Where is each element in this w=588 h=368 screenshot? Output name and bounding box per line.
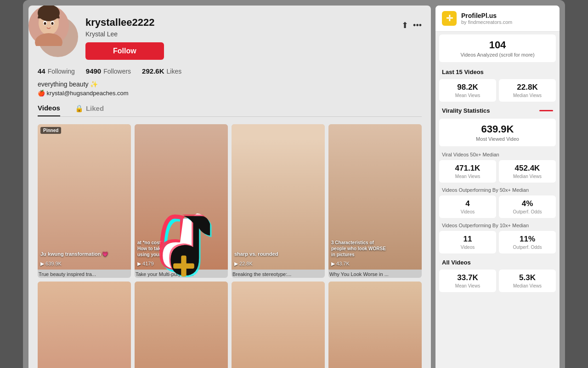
video-thumb-8 (328, 282, 422, 368)
outperf-50x-videos-label: Videos (444, 209, 492, 214)
outperf-50x-odds-block: 4% Outperf. Odds (499, 196, 556, 218)
svg-point-6 (51, 22, 54, 25)
last15-label: Last 15 Videos (442, 69, 484, 75)
video-overlay-3: sharp vs. rounded (234, 251, 322, 257)
all-mean-num: 33.7K (444, 273, 492, 282)
last15-median-block: 22.8K Median Views (499, 79, 556, 102)
video-thumb-3: sharp vs. rounded ▶ 22.8K (232, 124, 325, 270)
outperf-10x-odds-num: 11% (503, 235, 551, 244)
followers-count: 9490 (86, 67, 101, 75)
last15-mean-num: 98.2K (444, 83, 492, 92)
videos-analyzed-label: Videos Analyzed (scroll for more) (446, 52, 549, 58)
outperf-50x-odds-num: 4% (503, 199, 551, 208)
outperf-50x-odds-label: Outperf. Odds (503, 209, 551, 214)
share-icon[interactable]: ⬆ (401, 20, 408, 30)
right-title-block: ProfilePl.us by findmecreators.com (461, 12, 512, 25)
most-viewed-num: 639.9K (446, 123, 549, 135)
section-divider (539, 110, 553, 111)
virality-label: Virality Statistics (442, 107, 490, 114)
video-views-2: ▶ 4179 (137, 261, 154, 267)
video-overlay-4: 3 Characteristics ofpeople who look WORS… (331, 240, 419, 258)
all-median-label: Median Views (503, 283, 551, 288)
video-caption-1: True beauty inspired tra... (38, 270, 131, 278)
most-viewed-label: Most Viewed Video (446, 136, 549, 142)
tab-videos[interactable]: Videos (38, 104, 60, 116)
all-mean-label: Mean Views (444, 283, 492, 288)
outperf-10x-odds-block: 11% Outperf. Odds (499, 231, 556, 253)
last15-header: Last 15 Videos (435, 65, 560, 77)
video-thumb-7 (232, 282, 325, 368)
following-stat: 44 Following (38, 67, 75, 75)
bio: everything beauty ✨ (38, 80, 422, 88)
profile-info: krystallee2222 Krystal Lee Follow (85, 17, 164, 60)
display-name: Krystal Lee (85, 30, 164, 38)
likes-label: Likes (166, 68, 181, 75)
following-label: Following (48, 68, 75, 75)
video-caption-4: Why You Look Worse in ... (328, 270, 422, 278)
last15-mean-label: Mean Views (444, 93, 492, 98)
outperf-10x-stats: 11 Videos 11% Outperf. Odds (439, 231, 556, 253)
video-thumb-5 (38, 282, 131, 368)
right-panel: ✛ ProfilePl.us by findmecreators.com 104… (435, 6, 560, 368)
outperf-50x-videos-block: 4 Videos (439, 196, 496, 218)
video-card-1[interactable]: Pinned Ju kwung transformation 💗 ▶ 639.9… (38, 124, 131, 278)
outperf-50x-videos-num: 4 (444, 199, 492, 208)
outperf-10x-odds-label: Outperf. Odds (503, 245, 551, 250)
lock-icon: 🔒 (75, 104, 84, 113)
video-thumb-4: 3 Characteristics ofpeople who look WORS… (328, 124, 422, 270)
last15-median-label: Median Views (503, 93, 551, 98)
viral-50x-mean-num: 471.1K (444, 164, 492, 173)
all-median-num: 5.3K (503, 273, 551, 282)
viral-50x-mean-label: Mean Views (444, 174, 492, 179)
outperf-50x-label: Videos Outperforming By 50x+ Median (435, 184, 560, 194)
video-card-3[interactable]: sharp vs. rounded ▶ 22.8K Breaking the s… (232, 124, 325, 278)
viral-50x-median-label: Median Views (503, 174, 551, 179)
left-panel: krystallee2222 Krystal Lee Follow ⬆ ••• … (28, 6, 431, 368)
outperf-50x-stats: 4 Videos 4% Outperf. Odds (439, 196, 556, 218)
follow-button[interactable]: Follow (85, 42, 164, 60)
app-name: ProfilePl.us (461, 12, 512, 19)
all-videos-stats: 33.7K Mean Views 5.3K Median Views (439, 270, 556, 292)
last15-mean-block: 98.2K Mean Views (439, 79, 496, 102)
last15-median-num: 22.8K (503, 83, 551, 92)
outperf-10x-videos-num: 11 (444, 235, 492, 244)
tab-liked-label: Liked (86, 104, 104, 112)
svg-point-5 (44, 22, 46, 25)
followers-stat: 9490 Followers (86, 67, 131, 75)
outperf-10x-videos-block: 11 Videos (439, 231, 496, 253)
most-viewed-block: 639.9K Most Viewed Video (439, 119, 556, 146)
app-subtitle: by findmecreators.com (461, 19, 512, 25)
video-thumb-6 (135, 282, 228, 368)
bio-email: 🍎 krystal@hugsandpeaches.com (38, 90, 422, 97)
virality-header-row: Virality Statistics (435, 104, 560, 116)
video-thumb-2: at *no cost*How to take a profile picusi… (135, 124, 228, 270)
video-caption-3: Breaking the stereotype:... (232, 270, 325, 278)
last15-stats: 98.2K Mean Views 22.8K Median Views (439, 79, 556, 102)
pinned-badge: Pinned (40, 127, 61, 134)
viral-50x-median-num: 452.4K (503, 164, 551, 173)
followers-label: Followers (103, 68, 131, 75)
app-logo: ✛ (442, 11, 457, 26)
username: krystallee2222 (85, 17, 164, 29)
video-card-8[interactable] (328, 282, 422, 368)
video-card-5[interactable] (38, 282, 131, 368)
all-videos-header-row: All Videos (435, 255, 560, 268)
video-thumb-1: Pinned Ju kwung transformation 💗 ▶ 639.9… (38, 124, 131, 270)
video-card-7[interactable] (232, 282, 325, 368)
all-videos-label: All Videos (442, 259, 471, 266)
profile-actions: ⬆ ••• (401, 17, 422, 30)
stats-row: 44 Following 9490 Followers 292.6K Likes (38, 67, 422, 75)
video-overlay-2: at *no cost*How to take a profile picusi… (137, 240, 225, 258)
tab-liked[interactable]: 🔒 Liked (75, 104, 104, 116)
tabs: Videos 🔒 Liked (38, 104, 422, 117)
likes-count: 292.6K (142, 67, 164, 75)
video-grid: Pinned Ju kwung transformation 💗 ▶ 639.9… (38, 124, 422, 368)
more-icon[interactable]: ••• (413, 21, 422, 30)
viral-50x-label: Viral Videos 50x+ Median (435, 149, 560, 158)
video-card-6[interactable] (135, 282, 228, 368)
avatar (38, 17, 78, 57)
video-views-3: ▶ 22.8K (234, 261, 253, 267)
video-card-4[interactable]: 3 Characteristics ofpeople who look WORS… (328, 124, 422, 278)
video-views-1: ▶ 639.9K (40, 261, 62, 267)
video-card-2[interactable]: at *no cost*How to take a profile picusi… (135, 124, 228, 278)
